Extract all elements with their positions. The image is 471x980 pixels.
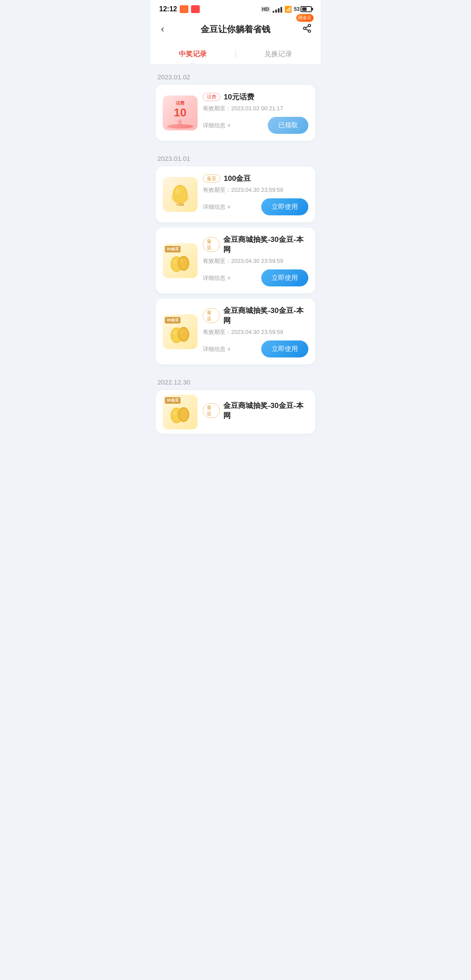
header-right: 得金豆 [302,24,312,35]
svg-line-4 [306,26,308,27]
date-label-2: 2023.01.01 [157,155,190,162]
tab-winning-records[interactable]: 中奖记录 [150,44,236,64]
gold-bean-svg-100: ×100 [167,181,193,208]
card-footer-2: 详细信息 立即使用 [203,198,308,215]
card-info-4: 金豆 金豆商城抽奖-30金豆-本网 有效期至：2023.04.30 23:59:… [203,306,308,357]
prize-card-1: 话费 10 元 话费 10元话费 有效期至：2023.01.02 00:21:1… [156,85,315,141]
prize-card-5: 30金豆 金豆 金豆商城抽奖-30金豆-本网 [156,390,315,434]
card-type-row-4: 金豆 金豆商城抽奖-30金豆-本网 [203,306,308,326]
svg-point-7 [174,186,186,203]
card-title-3: 金豆商城抽奖-30金豆-本网 [223,235,308,255]
card-validity-4: 有效期至：2023.04.30 23:59:59 [203,328,308,336]
type-badge-gold-4: 金豆 [203,308,220,323]
card-title-5: 金豆商城抽奖-30金豆-本网 [223,401,308,421]
bean-count-label-5: 30金豆 [165,397,181,404]
back-button[interactable]: ‹ [159,22,166,37]
gold-beans-30-image-3: 30金豆 [163,243,198,278]
date-label-1: 2023.01.02 [157,73,190,81]
card-info-2: 金豆 100金豆 有效期至：2023.04.30 23:59:59 详细信息 立… [203,174,308,215]
app-icon-1 [180,5,188,13]
status-left: 12:12 [159,5,200,13]
tab-exchange-records[interactable]: 兑换记录 [236,44,321,64]
gold-beans-100-image: ×100 [163,177,198,212]
svg-point-14 [179,257,188,269]
card-type-row-1: 话费 10元话费 [203,92,308,102]
type-badge-phone: 话费 [203,93,220,101]
get-bean-badge[interactable]: 得金豆 [296,14,314,22]
svg-point-12 [173,259,176,264]
card-validity-3: 有效期至：2023.04.30 23:59:59 [203,257,308,265]
date-section-2: 2023.01.01 [150,146,321,167]
card-image-1: 话费 10 元 [163,95,198,130]
bean-count-label-4: 30金豆 [165,317,181,323]
card-type-row-3: 金豆 金豆商城抽奖-30金豆-本网 [203,235,308,255]
card-footer-1: 详细信息 已领取 [203,117,308,134]
date-section-3: 2022.12.30 [150,370,321,390]
type-badge-gold-2: 金豆 [203,174,220,183]
date-label-3: 2022.12.30 [157,378,190,386]
prize-card-2: ×100 金豆 100金豆 有效期至：2023.04.30 23:59:59 详… [156,167,315,222]
gold-beans-30-image-4: 30金豆 [163,314,198,349]
detail-link-2[interactable]: 详细信息 [203,203,231,211]
card-image-4: 30金豆 [163,314,198,349]
detail-link-3[interactable]: 详细信息 [203,274,231,282]
card-title-2: 100金豆 [224,174,251,184]
use-button-2[interactable]: 立即使用 [261,198,308,215]
card-type-row-2: 金豆 100金豆 [203,174,308,184]
type-badge-gold-5: 金豆 [203,403,220,418]
card-footer-3: 详细信息 立即使用 [203,269,308,286]
detail-link-4[interactable]: 详细信息 [203,345,231,353]
card-image-3: 30金豆 [163,243,198,278]
date-section-1: 2023.01.02 [150,65,321,85]
status-bar: 12:12 HD 📶 53 [150,0,321,16]
card-info-1: 话费 10元话费 有效期至：2023.01.02 00:21:17 详细信息 已… [203,92,308,134]
phone-recharge-image: 话费 10 元 [163,95,198,130]
card-type-row-5: 金豆 金豆商城抽奖-30金豆-本网 [203,401,308,421]
gold-beans-30-image-5: 30金豆 [163,395,198,429]
app-icon-2 [191,5,200,13]
card-validity-2: 有效期至：2023.04.30 23:59:59 [203,186,308,194]
type-badge-gold-3: 金豆 [203,237,220,252]
use-button-3[interactable]: 立即使用 [261,269,308,286]
detail-link-1[interactable]: 详细信息 [203,122,231,129]
svg-point-8 [175,188,180,194]
battery-container: 53 [294,6,312,12]
card-image-2: ×100 [163,177,198,212]
share-icon[interactable] [302,25,312,35]
card-info-3: 金豆 金豆商城抽奖-30金豆-本网 有效期至：2023.04.30 23:59:… [203,235,308,286]
svg-point-21 [180,330,183,333]
battery-icon [300,6,312,12]
svg-point-20 [179,328,188,340]
claimed-button-1[interactable]: 已领取 [268,117,308,134]
tab-bar: 中奖记录 兑换记录 [150,44,321,65]
svg-point-15 [180,259,183,262]
card-info-5: 金豆 金豆商城抽奖-30金豆-本网 [203,401,308,423]
content-area: 2023.01.02 话费 10 元 话费 10元话费 有效期至：2023.01… [150,65,321,448]
card-title-4: 金豆商城抽奖-30金豆-本网 [223,306,308,326]
status-right: HD 📶 53 [261,6,312,13]
prize-card-4: 30金豆 金豆 金豆商城抽奖-30金豆-本网 有效期至：2023.04.30 2… [156,299,315,364]
use-button-4[interactable]: 立即使用 [261,340,308,357]
hd-badge: HD [261,7,270,12]
card-title-1: 10元话费 [224,92,254,102]
svg-point-18 [173,330,176,335]
signal-icon [273,6,282,13]
card-validity-1: 有效期至：2023.01.02 00:21:17 [203,105,308,112]
svg-text:×100: ×100 [176,203,184,207]
card-image-5: 30金豆 [163,395,198,429]
svg-point-26 [179,408,188,421]
bean-count-label-3: 30金豆 [165,246,181,252]
status-time: 12:12 [159,5,177,13]
wifi-icon: 📶 [284,6,292,13]
svg-line-3 [306,29,308,31]
svg-point-24 [173,411,176,415]
card-footer-4: 详细信息 立即使用 [203,340,308,357]
header: ‹ 金豆让你躺着省钱 得金豆 [150,16,321,44]
prize-card-3: 30金豆 金豆 金豆商城抽奖-30金豆-本网 有效期至：2023.04.30 2… [156,228,315,293]
page-title: 金豆让你躺着省钱 [201,24,270,35]
battery-percent: 53 [294,6,300,12]
